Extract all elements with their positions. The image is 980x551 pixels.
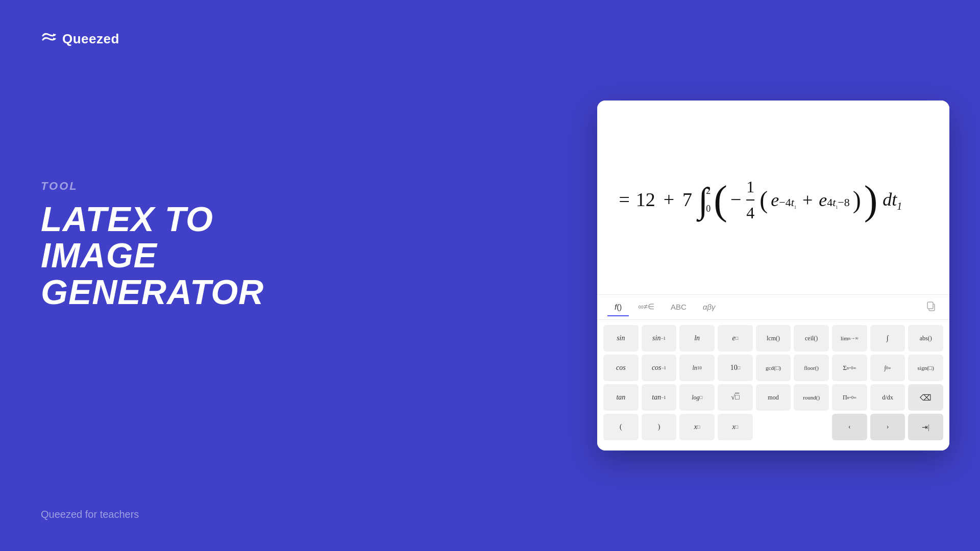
key-rparen[interactable]: ) [642,414,677,440]
key-backspace[interactable]: ⌫ [908,384,943,411]
dt-term: dt1 [883,187,902,213]
key-abs[interactable]: abs() [908,325,943,352]
left-panel: Queezed TOOL LATEX TO IMAGE GENERATOR Qu… [0,0,337,551]
tool-title: LATEX TO IMAGE GENERATOR [41,201,296,310]
plus-inner: + [802,187,813,213]
keyboard: sin sin−1 ln e□ lcm() ceil() limn→∞ ∫ ab… [597,320,949,450]
key-right[interactable]: › [870,414,905,440]
key-product[interactable]: Πn=0∞ [832,384,867,411]
fraction-1-4: 1 4 [746,176,754,224]
tab-bar: f() ∞≠∈ ABC αβγ [597,294,949,320]
tab-greek[interactable]: αβγ [696,298,723,316]
key-left[interactable]: ‹ [832,414,867,440]
tab-abc[interactable]: ABC [664,298,694,316]
key-row-1: sin sin−1 ln e□ lcm() ceil() limn→∞ ∫ ab… [603,325,943,352]
inner-right-paren: ) [853,183,861,217]
key-lcm[interactable]: lcm() [756,325,791,352]
inner-left-paren: ( [760,183,768,217]
key-integral[interactable]: ∫ [870,325,905,352]
integral: ∫ 2 0 [698,184,710,216]
key-sign[interactable]: sign(□) [908,355,943,381]
key-10x[interactable]: 10□ [718,355,753,381]
key-lparen[interactable]: ( [603,414,639,440]
key-sin[interactable]: sin [603,325,639,352]
logo-text: Queezed [62,31,119,47]
formula-display: = 12 + 7 ∫ 2 0 ( − 1 4 ( e [597,101,949,294]
key-row-3: tan tan−1 log□ √□ mod round() Πn=0∞ d/dx… [603,384,943,411]
tab-symbols[interactable]: ∞≠∈ [631,298,662,316]
copy-icon [926,301,936,311]
key-row-4: ( ) x□ x□ ‹ › ⇥| [603,414,943,440]
integral-symbol: ∫ [698,184,708,216]
key-xsup[interactable]: x□ [679,414,715,440]
key-empty-1 [756,414,791,440]
key-cos[interactable]: cos [603,355,639,381]
key-ceil[interactable]: ceil() [794,325,829,352]
key-tan[interactable]: tan [603,384,639,411]
key-log10[interactable]: ln10 [679,355,715,381]
logo-area: Queezed [41,31,296,47]
num-7: 7 [682,186,692,213]
key-arccos[interactable]: cos−1 [642,355,677,381]
key-mod[interactable]: mod [756,384,791,411]
tool-label: TOOL [41,180,296,193]
key-log[interactable]: log□ [679,384,715,411]
key-tab[interactable]: ⇥| [908,414,943,440]
plus-sign: + [664,186,674,213]
key-xsub[interactable]: x□ [718,414,753,440]
minus-sign: − [730,186,741,213]
tab-fx[interactable]: f() [607,298,629,316]
key-lim[interactable]: limn→∞ [832,325,867,352]
key-exp[interactable]: e□ [718,325,753,352]
tagline: Queezed for teachers [41,509,296,520]
right-paren-big: ) [864,183,878,217]
key-defintegral[interactable]: ∫0∞ [870,355,905,381]
key-sqrt[interactable]: √□ [718,384,753,411]
equals-sign: = [618,186,631,213]
key-gcd[interactable]: gcd(□) [756,355,791,381]
key-round[interactable]: round() [794,384,829,411]
num-12: 12 [636,186,655,213]
left-paren-big: ( [714,183,727,217]
exp-term-2: e 4t1−8 [819,187,850,213]
key-empty-2 [794,414,829,440]
svg-rect-1 [927,302,933,309]
key-derivative[interactable]: d/dx [870,384,905,411]
exp-term-1: e −4t1 [771,187,796,213]
key-sum[interactable]: Σn=0∞ [832,355,867,381]
key-arcsin[interactable]: sin−1 [642,325,677,352]
calculator-card: = 12 + 7 ∫ 2 0 ( − 1 4 ( e [597,101,949,450]
key-row-2: cos cos−1 ln10 10□ gcd(□) floor() Σn=0∞ … [603,355,943,381]
math-formula: = 12 + 7 ∫ 2 0 ( − 1 4 ( e [618,176,902,224]
copy-button[interactable] [923,298,939,317]
key-ln[interactable]: ln [679,325,715,352]
key-arctan[interactable]: tan−1 [642,384,677,411]
key-floor[interactable]: floor() [794,355,829,381]
logo-icon [41,31,57,47]
